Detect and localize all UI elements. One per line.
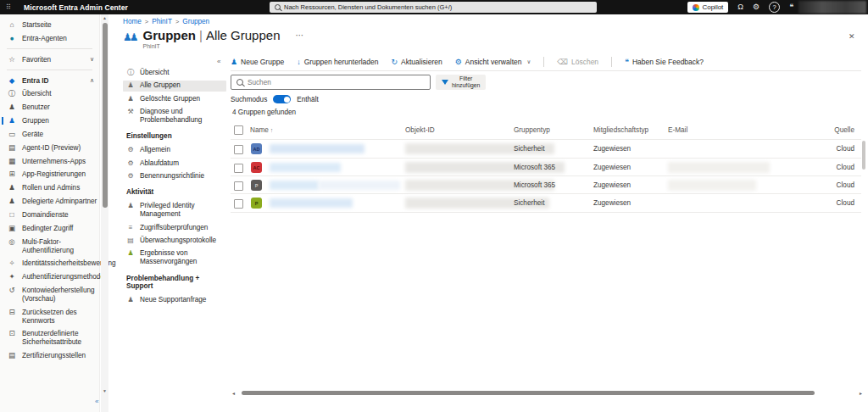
blade-item-allgemein[interactable]: ⚙ Allgemein [123,145,226,155]
breadcrumb-tenant[interactable]: PhinIT [152,18,172,25]
blade-item-benennungsrichtlinie[interactable]: ⚙ Benennungsrichtlinie [123,171,226,181]
scroll-right-icon[interactable]: ▸ [860,390,862,396]
copilot-button[interactable]: Copilot [687,2,728,13]
refresh-button[interactable]: ↻ Aktualisieren [392,58,442,66]
table-scrollbar-thumb[interactable] [862,141,865,170]
table-row[interactable]: AD Sicherheit Zugewiesen Cloud [231,140,861,158]
sidebar-item-unternehmens-apps[interactable]: ▦ Unternehmens-Apps [0,158,99,166]
scroll-down-icon[interactable]: ▼ [101,388,108,393]
scrollbar-thumb[interactable] [103,23,108,208]
horizontal-scrollbar[interactable]: ◂ ▸ [231,389,866,398]
sidebar-item-bedingter-zugriff[interactable]: ▣ Bedingter Zugriff [0,225,99,233]
sidebar-item-benutzer[interactable]: ♟ Benutzer [0,103,99,112]
account-info-redacted[interactable] [798,1,866,14]
table-row[interactable]: P Microsoft 365 Zugewiesen Cloud [231,176,861,194]
close-blade-icon[interactable]: ✕ [849,32,855,41]
group-search-field[interactable] [231,75,431,90]
sidebar-item-domaindienste[interactable]: □ Domaindienste [0,211,99,220]
blade-menu-collapse-icon[interactable]: « [217,58,220,65]
add-filter-button[interactable]: Filter hinzufügen [436,75,486,90]
search-mode-value: Enthält [297,96,319,103]
feedback-button[interactable]: ❝ Haben Sie Feedback? [625,58,704,66]
group-name-redacted[interactable] [270,181,319,190]
scrollbar-thumb[interactable] [242,391,815,395]
table-header: Name↑ Objekt-ID Gruppentyp Mitgliedschaf… [231,124,861,139]
page-title-secondary: Alle Gruppen [206,28,281,42]
blade-item-diagnose[interactable]: ⚒ Diagnose und Problembehandlung [123,107,226,126]
blade-item-pim[interactable]: ♟ Privileged Identity Management [123,201,226,220]
row-checkbox[interactable] [234,181,243,191]
row-checkbox[interactable] [234,145,243,154]
more-options-icon[interactable]: ⋯ [295,31,303,40]
blade-item-label: Benennungsrichtlinie [140,172,204,181]
scroll-up-icon[interactable]: ▲ [101,15,108,20]
sidebar-item-gruppen[interactable]: ♟ Gruppen [0,117,99,125]
sidebar-item-favoriten[interactable]: ☆ Favoriten ∨ [0,56,99,64]
sidebar-scrollbar[interactable]: ▲ ▼ [101,14,108,412]
search-mode-toggle[interactable] [273,95,291,103]
blade-item-geloeschte-gruppen[interactable]: ♟ Gelöschte Gruppen [123,94,226,104]
sidebar-item-entra-agenten[interactable]: ● Entra-Agenten [0,35,99,43]
row-checkbox[interactable] [234,164,243,173]
search-input[interactable] [248,79,425,86]
delete-button[interactable]: ⌫ Löschen [557,58,598,66]
blade-item-alle-gruppen[interactable]: ♟ Alle Gruppen [123,81,226,91]
sidebar-item-kontowiederherstellung[interactable]: ↺ Kontowiederherstellung (Vorschau) [0,287,99,303]
sidebar-item-agent-id[interactable]: ▤ Agent-ID (Preview) [0,144,99,153]
sidebar-item-sicherheitsattribute[interactable]: ⊡ Benutzerdefinierte Sicherheitsattribut… [0,330,99,347]
sidebar-item-zertifizierungsstellen[interactable]: ▤ Zertifizierungsstellen [0,352,99,360]
waffle-menu-icon[interactable]: ⠿ [0,3,17,11]
sidebar-item-app-registrierungen[interactable]: ⊞ App-Registrierungen [0,170,99,179]
overview-icon: ⓘ [8,90,16,97]
divider [7,48,92,49]
sidebar-item-mfa[interactable]: ◎ Multi-Faktor-Authentifizierung [0,238,99,255]
table-row[interactable]: P Sicherheit Zugewiesen Cloud [231,194,861,212]
breadcrumb-home[interactable]: Home [123,18,142,25]
notifications-bell-icon[interactable]: Ω [737,2,743,13]
sidebar-item-zuruecksetzen-kennwort[interactable]: ⊟ Zurücksetzen des Kennworts [0,309,99,326]
column-quelle[interactable]: Quelle [797,126,854,134]
blade-item-uebersicht[interactable]: ⓘ Übersicht [123,68,226,78]
blade-item-zugriffsueberpruefungen[interactable]: ≡ Zugriffsüberprüfungen [123,223,226,233]
manage-view-button[interactable]: ⚙ Ansicht verwalten ∨ [455,58,531,66]
command-label: Aktualisieren [401,58,442,66]
blade-item-ueberwachungsprotokolle[interactable]: ▤ Überwachungsprotokolle [123,236,226,246]
settings-gear-icon[interactable]: ⚙ [753,2,760,13]
chevron-down-icon: ∨ [90,56,94,63]
blade-item-ablaufdatum[interactable]: ⚙ Ablaufdatum [123,159,226,169]
sidebar-item-authentifizierungsmethoden[interactable]: ✦ Authentifizierungsmethoden [0,273,99,281]
quelle-cell: Cloud [797,145,854,153]
sidebar-item-entra-id[interactable]: ◆ Entra ID ∧ [0,77,99,86]
download-groups-button[interactable]: ↓ Gruppen herunterladen [297,58,378,66]
sidebar-label: Übersicht [22,90,97,98]
column-name[interactable]: Name↑ [250,126,273,134]
sidebar-item-geraete[interactable]: ▭ Geräte [0,131,99,139]
entra-agents-icon: ● [8,35,16,42]
group-name-redacted [319,181,400,190]
feedback-icon[interactable]: ❝ [789,2,793,13]
breadcrumb-gruppen[interactable]: Gruppen [182,18,209,25]
agent-id-icon: ▤ [8,144,16,152]
sidebar-item-startseite[interactable]: ⌂ Startseite [0,21,99,30]
select-all-checkbox[interactable] [234,125,243,135]
column-email[interactable]: E-Mail [668,126,687,134]
table-row[interactable]: AC Microsoft 365 Zugewiesen Cloud [231,159,861,176]
scroll-left-icon[interactable]: ◂ [232,390,235,396]
column-mitgliedschaftstyp[interactable]: Mitgliedschaftstyp [593,126,648,134]
sidebar-item-uebersicht[interactable]: ⓘ Übersicht [0,90,99,98]
column-objekt-id[interactable]: Objekt-ID [405,126,435,134]
group-name-redacted[interactable] [270,144,364,153]
sidebar-item-identitaetssicherheitsbewertung[interactable]: ✧ Identitätssicherheitsbewertung [0,259,99,268]
column-gruppentyp[interactable]: Gruppentyp [514,126,550,134]
blade-item-neue-supportanfrage[interactable]: ♟ Neue Supportanfrage [123,295,226,305]
sidebar-item-rollen-und-admins[interactable]: ♟ Rollen und Admins [0,184,99,192]
global-search-bar[interactable]: Nach Ressourcen, Diensten und Dokumenten… [270,2,597,13]
new-group-button[interactable]: ♟ Neue Gruppe [231,58,284,66]
sidebar-collapse-button[interactable]: « [95,398,98,405]
group-name-redacted[interactable] [270,198,353,208]
group-name-redacted[interactable] [270,163,341,172]
sidebar-item-delegierte-adminpartner[interactable]: ♟ Delegierte Adminpartner [0,198,99,206]
blade-item-massenvorgaenge[interactable]: ♟ Ergebnisse von Massenvorgängen [123,248,226,268]
help-icon[interactable]: ? [769,2,780,13]
row-checkbox[interactable] [234,199,243,209]
